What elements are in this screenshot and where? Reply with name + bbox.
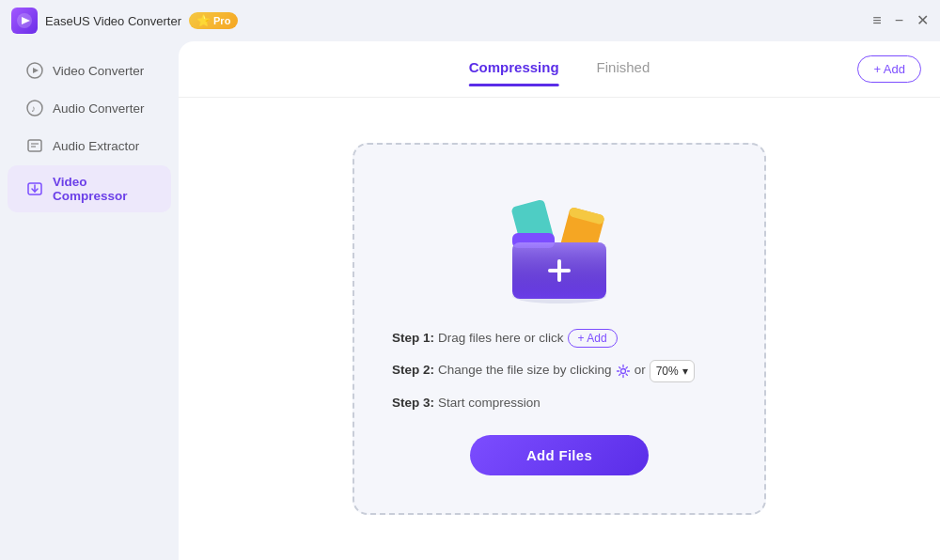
- header-tabs: Compressing Finished + Add: [179, 41, 940, 98]
- step1-add-button[interactable]: + Add: [568, 329, 618, 348]
- svg-marker-4: [33, 68, 39, 73]
- step3-label: Step 3:: [392, 394, 434, 412]
- drop-zone: Step 1: Drag files here or click + Add S…: [352, 143, 766, 515]
- sidebar-label-audio-converter: Audio Converter: [53, 101, 145, 116]
- svg-text:♪: ♪: [31, 103, 36, 114]
- drop-zone-container: Step 1: Drag files here or click + Add S…: [179, 98, 940, 560]
- tabs-center: Compressing Finished: [469, 59, 650, 79]
- step2-label: Step 2:: [392, 361, 434, 380]
- step1-label: Step 1:: [392, 329, 434, 348]
- step2-text: Change the file size by clicking: [438, 361, 612, 380]
- video-compressor-icon: [26, 180, 43, 197]
- sidebar: Video Converter ♪ Audio Converter Audio …: [0, 41, 179, 560]
- titlebar-controls: ≡ − ✕: [872, 13, 929, 28]
- svg-point-21: [620, 368, 625, 373]
- svg-rect-7: [28, 140, 41, 151]
- sidebar-label-audio-extractor: Audio Extractor: [53, 139, 139, 153]
- step-1-row: Step 1: Drag files here or click + Add: [392, 329, 727, 348]
- step1-text: Drag files here or click: [438, 329, 564, 348]
- sidebar-label-video-converter: Video Converter: [53, 64, 144, 78]
- sidebar-item-video-converter[interactable]: Video Converter: [8, 53, 171, 88]
- audio-converter-icon: ♪: [26, 100, 43, 117]
- sidebar-item-audio-converter[interactable]: ♪ Audio Converter: [8, 90, 171, 126]
- titlebar-left: EaseUS Video Converter ⭐ Pro: [11, 8, 238, 34]
- close-icon[interactable]: ✕: [916, 13, 929, 28]
- app-icon: [11, 8, 38, 34]
- steps-container: Step 1: Drag files here or click + Add S…: [392, 329, 727, 412]
- sidebar-item-video-compressor[interactable]: Video Compressor: [8, 165, 171, 212]
- folder-illustration: [484, 179, 634, 310]
- main-content: Compressing Finished + Add: [179, 41, 940, 560]
- step3-text: Start compression: [438, 394, 540, 412]
- audio-extractor-icon: [26, 137, 43, 154]
- settings-gear-icon[interactable]: [616, 364, 631, 379]
- sidebar-label-video-compressor: Video Compressor: [53, 175, 152, 203]
- app-name-label: EaseUS Video Converter: [45, 14, 181, 28]
- step2-or: or: [634, 361, 646, 380]
- minimize-icon[interactable]: −: [895, 13, 903, 28]
- pro-badge: ⭐ Pro: [189, 12, 238, 29]
- percent-dropdown[interactable]: 70% ▾: [650, 360, 695, 382]
- add-button[interactable]: + Add: [857, 55, 921, 83]
- sidebar-item-audio-extractor[interactable]: Audio Extractor: [8, 128, 171, 163]
- app-body: Video Converter ♪ Audio Converter Audio …: [0, 41, 940, 560]
- step-3-row: Step 3: Start compression: [392, 394, 727, 412]
- tab-finished[interactable]: Finished: [597, 59, 650, 79]
- add-files-button[interactable]: Add Files: [470, 435, 649, 475]
- titlebar: EaseUS Video Converter ⭐ Pro ≡ − ✕: [0, 0, 940, 41]
- chevron-down-icon: ▾: [682, 363, 688, 380]
- menu-icon[interactable]: ≡: [872, 13, 881, 28]
- tab-compressing[interactable]: Compressing: [469, 59, 559, 79]
- video-converter-icon: [26, 62, 43, 79]
- step-2-row: Step 2: Change the file size by clicking…: [392, 360, 727, 382]
